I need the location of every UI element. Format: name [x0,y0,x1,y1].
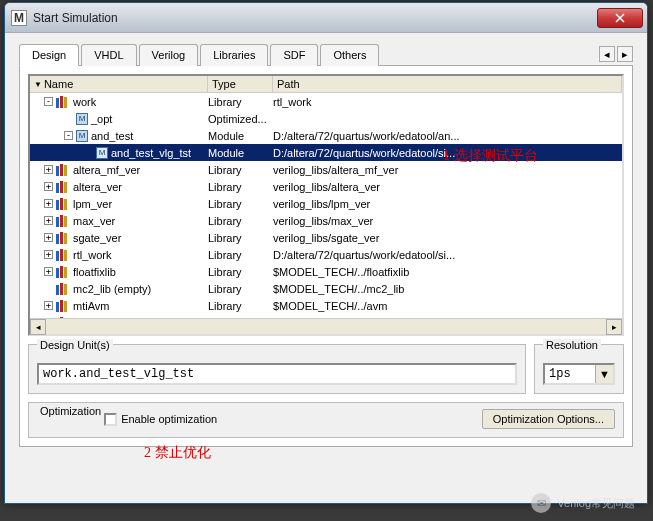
expand-icon[interactable]: + [44,301,53,310]
chevron-down-icon[interactable]: ▼ [595,365,613,383]
tab-libraries[interactable]: Libraries [200,44,268,66]
tab-design[interactable]: Design [19,44,79,66]
svg-rect-18 [56,251,59,261]
tree-row[interactable]: +mtiAvmLibrary$MODEL_TECH/../avm [30,297,622,314]
row-name: sgate_ver [73,232,121,244]
col-path[interactable]: Path [273,76,622,92]
expand-icon[interactable]: + [44,216,53,225]
row-name: altera_ver [73,181,122,193]
collapse-icon[interactable]: - [44,97,53,106]
close-button[interactable] [597,8,643,28]
svg-rect-12 [56,217,59,227]
row-type: Library [208,232,273,244]
library-icon [56,266,70,278]
library-icon [56,96,70,108]
expand-icon[interactable]: + [44,165,53,174]
expander-blank [64,114,73,123]
library-icon [56,249,70,261]
module-icon: M [96,147,108,159]
row-name: altera_mf_ver [73,164,140,176]
collapse-icon[interactable]: - [64,131,73,140]
row-name: mtiAvm [73,300,109,312]
row-name: rtl_work [73,249,112,261]
scroll-left-icon[interactable]: ◂ [30,319,46,335]
tab-vhdl[interactable]: VHDL [81,44,136,66]
tabstrip: DesignVHDLVerilogLibrariesSDFOthers ◂ ▸ [19,43,633,66]
tree-row[interactable]: +sgate_verLibraryverilog_libs/sgate_ver [30,229,622,246]
titlebar[interactable]: M Start Simulation [5,3,647,33]
tree-row[interactable]: +floatfixlibLibrary$MODEL_TECH/../floatf… [30,263,622,280]
tree-row[interactable]: +lpm_verLibraryverilog_libs/lpm_ver [30,195,622,212]
expand-icon[interactable]: + [44,250,53,259]
row-path: $MODEL_TECH/../floatfixlib [273,266,622,278]
tab-others[interactable]: Others [320,44,379,66]
optimization-options-button[interactable]: Optimization Options... [482,409,615,429]
tree-row[interactable]: +altera_verLibraryverilog_libs/altera_ve… [30,178,622,195]
wechat-icon: ✉ [531,493,551,513]
tree-row[interactable]: +rtl_workLibraryD:/altera/72/quartus/wor… [30,246,622,263]
expand-icon[interactable]: + [44,199,53,208]
module-icon: M [76,113,88,125]
col-type[interactable]: Type [208,76,273,92]
watermark: ✉ Verilog常见问题 [531,493,635,513]
svg-rect-16 [60,232,63,244]
svg-rect-26 [64,284,67,295]
expand-icon[interactable]: + [44,267,53,276]
svg-rect-17 [64,233,67,244]
row-type: Library [208,300,273,312]
row-type: Library [208,96,273,108]
svg-rect-13 [60,215,63,227]
row-path: verilog_libs/altera_mf_ver [273,164,622,176]
enable-optimization-checkbox[interactable] [104,413,117,426]
design-units-label: Design Unit(s) [37,339,113,351]
row-type: Library [208,249,273,261]
row-path: rtl_work [273,96,622,108]
svg-rect-7 [60,181,63,193]
row-type: Library [208,215,273,227]
resolution-select[interactable]: 1ps ▼ [543,363,615,385]
svg-rect-19 [60,249,63,261]
library-icon [56,181,70,193]
row-name: mc2_lib (empty) [73,283,151,295]
design-panel: Name Type Path -workLibraryrtl_workM_opt… [19,66,633,447]
svg-rect-21 [56,268,59,278]
svg-rect-10 [60,198,63,210]
close-icon [615,13,625,23]
svg-rect-23 [64,267,67,278]
library-icon [56,164,70,176]
svg-rect-27 [56,302,59,312]
row-path: $MODEL_TECH/../mc2_lib [273,283,622,295]
tab-scroll-right-icon[interactable]: ▸ [617,46,633,62]
design-units-input[interactable] [37,363,517,385]
row-name: work [73,96,96,108]
expand-icon[interactable]: + [44,233,53,242]
row-type: Library [208,283,273,295]
tree-row[interactable]: mc2_lib (empty)Library$MODEL_TECH/../mc2… [30,280,622,297]
tab-scroll-left-icon[interactable]: ◂ [599,46,615,62]
tab-verilog[interactable]: Verilog [139,44,199,66]
library-icon [56,198,70,210]
expand-icon[interactable]: + [44,182,53,191]
row-path: verilog_libs/lpm_ver [273,198,622,210]
library-tree: Name Type Path -workLibraryrtl_workM_opt… [28,74,624,336]
row-type: Module [208,130,273,142]
tab-sdf[interactable]: SDF [270,44,318,66]
expander-blank [84,148,93,157]
svg-rect-4 [60,164,63,176]
expander-blank [44,284,53,293]
row-path: $MODEL_TECH/../avm [273,300,622,312]
row-path: verilog_libs/altera_ver [273,181,622,193]
row-path: D:/altera/72/quartus/work/edatool/si... [273,249,622,261]
tree-row[interactable]: M_optOptimized... [30,110,622,127]
col-name[interactable]: Name [30,76,208,92]
tree-row[interactable]: -Mand_testModuleD:/altera/72/quartus/wor… [30,127,622,144]
svg-rect-6 [56,183,59,193]
tree-row[interactable]: +max_verLibraryverilog_libs/max_ver [30,212,622,229]
tree-body[interactable]: -workLibraryrtl_workM_optOptimized...-Ma… [30,93,622,318]
row-name: lpm_ver [73,198,112,210]
horizontal-scrollbar[interactable]: ◂ ▸ [30,318,622,334]
tree-row[interactable]: -workLibraryrtl_work [30,93,622,110]
optimization-group: Optimization Enable optimization Optimiz… [28,402,624,438]
dialog-window: M Start Simulation DesignVHDLVerilogLibr… [4,2,648,504]
scroll-right-icon[interactable]: ▸ [606,319,622,335]
